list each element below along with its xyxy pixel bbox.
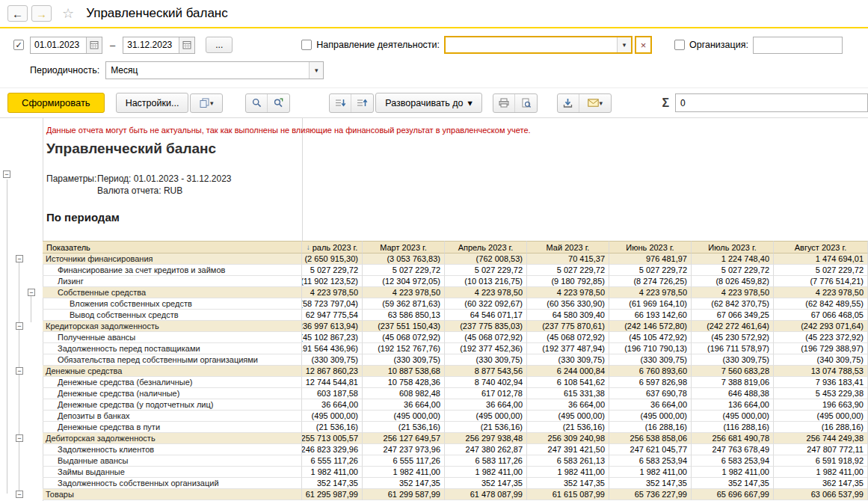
expand-to-button[interactable]: Разворачивать до ▾ — [375, 93, 481, 113]
expand-collapse-group — [329, 93, 374, 113]
cell-value: (330 309,75) — [302, 354, 363, 366]
section-title: По периодам — [46, 211, 120, 224]
table-row[interactable]: Вложения собственных средств(58 723 797,… — [43, 298, 868, 310]
back-button[interactable]: ← — [7, 5, 28, 22]
direction-checkbox[interactable] — [301, 40, 312, 50]
collapse-group-toggle[interactable]: − — [28, 289, 35, 296]
cell-value: 352 147,35 — [692, 478, 774, 489]
table-row[interactable]: Дебиторская задолженность255 713 005,572… — [43, 433, 868, 444]
collapse-group-toggle[interactable]: − — [16, 367, 23, 375]
table-row[interactable]: Задолженность клиентов246 823 329,96247 … — [43, 444, 868, 455]
column-header-period[interactable]: Июнь 2023 г. — [609, 241, 692, 253]
collapse-report-toggle[interactable]: − — [3, 170, 10, 178]
table-row[interactable]: Кредиторская задолженность(236 997 613,9… — [43, 321, 868, 332]
cell-value: 64 546 071,17 — [445, 310, 527, 321]
clear-icon[interactable]: × — [635, 36, 652, 54]
organization-input[interactable] — [753, 37, 843, 54]
column-header-period[interactable]: ↓раль 2023 г. — [302, 241, 363, 253]
cell-value: 256 297 938,48 — [445, 433, 527, 444]
cell-value: 1 982 411,00 — [302, 467, 363, 478]
cell-value: 352 147,35 — [302, 478, 363, 489]
cell-value: 5 027 229,72 — [692, 265, 774, 276]
table-row[interactable]: Полученные авансы(45 102 867,23)(45 068 … — [43, 332, 868, 343]
cell-value: 976 481,97 — [609, 253, 692, 265]
periodicity-combo[interactable]: Месяц ▾ — [105, 61, 324, 79]
cell-value: 6 583 117,26 — [445, 455, 527, 467]
row-label: Товары — [43, 489, 302, 500]
table-row[interactable]: Задолженность собственных организаций352… — [43, 478, 868, 489]
expand-groups-button[interactable] — [330, 94, 351, 112]
period-checkbox[interactable]: ✓ — [13, 40, 24, 50]
period-to-input[interactable] — [123, 37, 179, 53]
settings-button[interactable]: Настройки... — [116, 93, 189, 113]
cell-value: 256 744 249,38 — [774, 433, 868, 444]
table-row[interactable]: Денежные средства (у подотчетных лиц)36 … — [43, 399, 868, 411]
collapse-groups-button[interactable] — [351, 94, 373, 112]
table-row[interactable]: Вывод собственных средств62 947 775,5463… — [43, 310, 868, 321]
cell-value: 5 027 229,72 — [445, 265, 527, 276]
row-label: Вывод собственных средств — [43, 310, 302, 321]
column-header-period[interactable]: Май 2023 г. — [527, 241, 609, 253]
save-result-button[interactable] — [558, 94, 579, 112]
report-table-body: Источники финансирования(2 650 915,30)(3… — [43, 253, 868, 500]
calendar-icon[interactable] — [179, 37, 194, 53]
column-header-indicator[interactable]: Показатель — [43, 241, 302, 253]
row-label: Денежные средства (у подотчетных лиц) — [43, 399, 302, 411]
column-header-period[interactable]: Август 2023 г. — [774, 241, 868, 253]
find-next-button[interactable] — [268, 94, 289, 112]
table-row[interactable]: Депозиты в банках(495 000,00)(495 000,00… — [43, 411, 868, 422]
direction-combo[interactable]: ▾ — [444, 36, 632, 54]
table-row[interactable]: Лизинг(11 902 123,52)(12 304 972,05)(10 … — [43, 276, 868, 287]
cell-value: (762 008,53) — [445, 253, 527, 265]
table-row[interactable]: Денежные средства (наличные)603 187,5860… — [43, 388, 868, 399]
check-icon: ✓ — [15, 41, 22, 49]
table-row[interactable]: Выданные авансы6 555 117,266 555 117,266… — [43, 455, 868, 467]
send-email-button[interactable]: ▾ — [579, 94, 611, 112]
organization-checkbox[interactable] — [674, 40, 685, 50]
cell-value: 8 740 402,94 — [445, 377, 527, 388]
collapse-group-toggle[interactable]: − — [16, 322, 23, 330]
calendar-icon[interactable] — [86, 37, 102, 53]
favorite-star-icon[interactable]: ☆ — [62, 5, 74, 22]
forward-button[interactable]: → — [31, 5, 52, 22]
cell-value: 255 713 005,57 — [302, 433, 363, 444]
table-row[interactable]: Денежные средства (безналичные)12 744 54… — [43, 377, 868, 388]
autosum-field[interactable] — [675, 93, 868, 112]
table-row[interactable]: Обязательства перед собственными организ… — [43, 354, 868, 366]
period-options-button[interactable]: ... — [206, 37, 233, 53]
column-header-period[interactable]: Апрель 2023 г. — [445, 241, 527, 253]
copy-report-button[interactable]: ▾ — [191, 94, 222, 112]
collapse-group-toggle[interactable]: − — [16, 491, 23, 498]
table-row[interactable]: Товары61 295 987,9961 299 587,9961 478 0… — [43, 489, 868, 500]
tree-line — [31, 295, 31, 322]
table-row[interactable]: Денежные средства в пути(21 536,16)(21 5… — [43, 422, 868, 433]
direction-input[interactable] — [450, 40, 612, 50]
cell-value: 36 664,00 — [363, 399, 445, 411]
cell-value: (21 536,16) — [302, 422, 363, 433]
collapse-group-toggle[interactable]: − — [16, 434, 23, 442]
cell-value: 4 223 978,50 — [774, 287, 868, 298]
copy-icon — [200, 98, 209, 108]
row-label: Источники финансирования — [43, 253, 302, 265]
table-row[interactable]: Денежные средства12 867 860,2310 887 538… — [43, 366, 868, 377]
find-button[interactable] — [246, 94, 268, 112]
chevron-down-icon[interactable]: ▾ — [309, 62, 323, 79]
print-button[interactable] — [493, 94, 515, 112]
cell-value: 67 066 349,25 — [692, 310, 774, 321]
report-title: Управленческий баланс — [46, 141, 216, 157]
generate-button[interactable]: Сформировать — [7, 93, 105, 113]
cell-value: 12 867 860,23 — [302, 366, 363, 377]
print-preview-button[interactable] — [515, 94, 537, 112]
column-header-period[interactable]: Июль 2023 г. — [692, 241, 774, 253]
table-row[interactable]: Источники финансирования(2 650 915,30)(3… — [43, 253, 868, 265]
collapse-group-toggle[interactable]: − — [16, 255, 23, 262]
report-table-head: Показатель↓раль 2023 г.Март 2023 г.Апрел… — [43, 241, 868, 253]
period-from-input[interactable] — [31, 37, 86, 53]
chevron-down-icon[interactable]: ▾ — [617, 37, 631, 52]
cell-value: (330 309,75) — [609, 354, 692, 366]
column-header-period[interactable]: Март 2023 г. — [363, 241, 445, 253]
table-row[interactable]: Займы выданные1 982 411,001 982 411,001 … — [43, 467, 868, 478]
table-row[interactable]: Задолженность перед поставщиками(191 564… — [43, 343, 868, 354]
table-row[interactable]: Финансирование за счет кредитов и займов… — [43, 265, 868, 276]
table-row[interactable]: Собственные средства4 223 978,504 223 97… — [43, 287, 868, 298]
